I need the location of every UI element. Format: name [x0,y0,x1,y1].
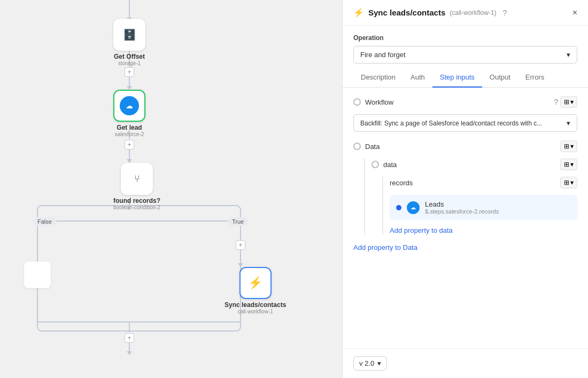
records-table-icon: ⊞ [564,179,569,186]
node-get-offset-label: Get Offset [114,53,145,60]
data-sub-field-row: data ⊞ ▾ [372,159,577,170]
data-sub-label: data [383,161,556,169]
panel-help-icon[interactable]: ? [503,9,507,17]
panel-content: Workflow ? ⊞ ▾ Backfill: Sync a page of … [343,88,588,348]
operation-select[interactable]: Fire and forget ▾ [353,46,577,64]
data-sub-table-icon: ⊞ [564,161,569,168]
workflow-select-chevron: ▾ [567,119,570,127]
leads-title: Leads [425,200,571,208]
panel-footer: v 2.0 ▾ [343,348,588,378]
node-found-records-box[interactable]: ⑂ [121,163,153,195]
version-select[interactable]: v 2.0 ▾ [353,356,387,371]
records-label: records [390,179,556,187]
operation-chevron: ▾ [567,51,570,59]
panel-title: Sync leads/contacts [368,8,445,17]
data-field-row: Data ⊞ ▾ [353,140,577,152]
node-sync-leads-box[interactable]: ⚡ [239,267,272,299]
leads-data-item[interactable]: ☁ Leads $.steps.salesforce-2.records [390,195,577,220]
panel-lightning-icon: ⚡ [353,7,364,18]
tab-step-inputs[interactable]: Step inputs [432,68,482,88]
workflow-select-value: Backfill: Sync a page of Salesforce lead… [360,120,542,127]
data-radio[interactable] [353,143,361,150]
records-table-btn[interactable]: ⊞ ▾ [560,177,577,188]
panel-close-button[interactable]: × [572,8,577,18]
canvas-area: 🗄️ Get Offset storage-1 + ☁ Get lead sal… [0,0,342,378]
data-sub-radio[interactable] [372,161,379,168]
tab-description[interactable]: Description [353,68,403,88]
storage-icon: 🗄️ [123,28,136,41]
workflow-help-icon[interactable]: ? [554,98,558,106]
data-field-label: Data [365,143,556,151]
false-branch-label: False [33,217,56,226]
panel-header: ⚡ Sync leads/contacts (call-workflow-1) … [343,0,588,26]
branch-icon: ⑂ [134,174,140,185]
data-table-icon: ⊞ [564,143,569,150]
true-branch-label: True [228,217,248,226]
records-actions: ⊞ ▾ [560,177,577,188]
data-table-btn[interactable]: ⊞ ▾ [560,140,577,152]
data-sub-actions: ⊞ ▾ [560,159,577,170]
svg-marker-15 [238,263,243,267]
node-get-lead[interactable]: ☁ Get lead salesforce-2 [113,90,145,137]
node-sync-leads[interactable]: ⚡ Sync leads/contacts call-workflow-1 [225,267,286,314]
data-sub-table-btn[interactable]: ⊞ ▾ [560,159,577,170]
node-get-lead-sublabel: salesforce-2 [115,131,144,137]
tabs-row: Description Auth Step inputs Output Erro… [343,68,588,88]
records-nested: records ⊞ ▾ ☁ Leads $.steps.salesforce-2 [382,177,577,235]
node-found-records-sublabel: boolean-condition-2 [113,204,160,210]
node-sync-leads-label: Sync leads/contacts [225,301,286,309]
node-get-offset-box[interactable]: 🗄️ [113,19,145,51]
empty-node-box [24,262,51,288]
panel-subtitle: (call-workflow-1) [450,9,496,17]
plus-btn-bottom[interactable]: + [125,333,134,343]
node-found-records-label: found records? [113,197,160,204]
tab-errors[interactable]: Errors [518,68,552,88]
operation-label: Operation [353,34,577,42]
node-get-offset[interactable]: 🗄️ Get Offset storage-1 [113,19,145,66]
workflow-select[interactable]: Backfill: Sync a page of Salesforce lead… [353,114,577,132]
leads-subtitle: $.steps.salesforce-2.records [425,208,571,215]
leads-dot [396,205,401,210]
plus-btn-true-branch[interactable]: + [236,240,245,250]
tab-output[interactable]: Output [482,68,518,88]
svg-rect-8 [37,206,241,331]
node-sync-leads-sublabel: call-workflow-1 [238,309,273,314]
data-sub-table-chevron: ▾ [570,161,574,168]
add-property-data-lower-link[interactable]: Add property to data [390,226,453,234]
right-panel: ⚡ Sync leads/contacts (call-workflow-1) … [342,0,588,378]
data-table-chevron: ▾ [570,143,574,150]
operation-section: Operation Fire and forget ▾ [343,26,588,64]
tab-auth[interactable]: Auth [403,68,432,88]
svg-marker-7 [127,159,132,163]
version-chevron: ▾ [377,359,381,367]
records-field-row: records ⊞ ▾ [390,177,577,188]
operation-value: Fire and forget [360,51,406,59]
workflow-table-icon: ⊞ [564,98,569,106]
node-get-lead-box[interactable]: ☁ [113,90,145,122]
workflow-field-actions: ? ⊞ ▾ [554,96,577,108]
plus-btn-2[interactable]: + [125,140,134,149]
node-get-offset-sublabel: storage-1 [118,60,141,66]
svg-marker-4 [127,86,132,90]
records-chevron: ▾ [570,179,574,186]
leads-sf-icon: ☁ [407,201,420,214]
plus-btn-1[interactable]: + [125,67,134,77]
data-nested: data ⊞ ▾ records ⊞ ▾ [364,159,577,235]
add-property-data-upper-link[interactable]: Add property to Data [353,243,577,251]
salesforce-icon: ☁ [120,96,139,115]
node-get-lead-label: Get lead [117,124,142,131]
leads-content: Leads $.steps.salesforce-2.records [425,200,571,215]
workflow-radio[interactable] [353,98,361,106]
workflow-field-label: Workflow [365,98,550,106]
workflow-table-btn[interactable]: ⊞ ▾ [560,96,577,108]
lightning-icon: ⚡ [248,276,262,290]
data-field-actions: ⊞ ▾ [560,140,577,152]
workflow-table-chevron: ▾ [570,98,574,106]
node-found-records[interactable]: ⑂ found records? boolean-condition-2 [113,163,160,210]
workflow-field-row: Workflow ? ⊞ ▾ [353,96,577,108]
svg-marker-21 [127,351,132,355]
version-label: v 2.0 [359,359,374,367]
